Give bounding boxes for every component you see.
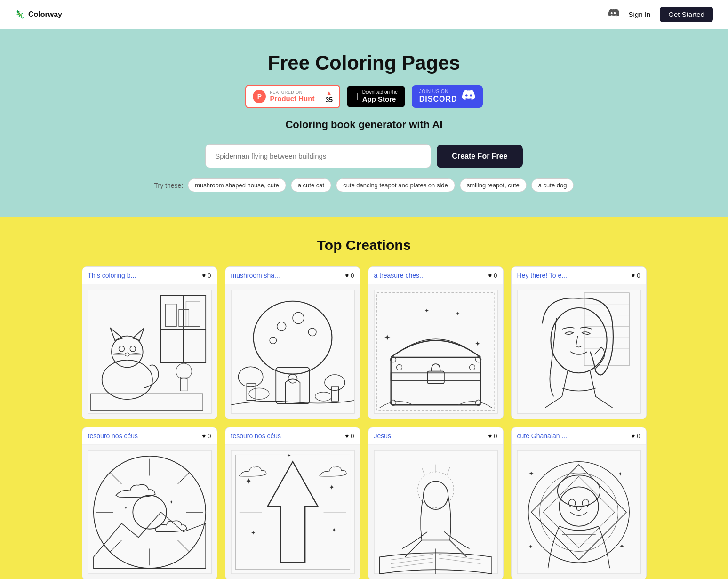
card-title-5: tesouro nos céus [231,432,281,440]
likes-count-6: 0 [494,433,497,440]
svg-text:✦: ✦ [124,506,128,510]
svg-rect-50 [517,290,640,413]
creation-card-4[interactable]: tesouro nos céus ♥ 0 [82,427,217,579]
discord-icon [462,90,475,103]
card-likes-4: ♥ 0 [202,433,211,440]
ph-arrow: ▲ [326,89,332,96]
chip-1[interactable]: a cute cat [291,178,331,192]
card-likes-2: ♥ 0 [488,272,497,279]
signin-link[interactable]: Sign In [629,10,651,18]
ph-count-box: ▲ 35 [320,89,333,104]
card-likes-5: ♥ 0 [345,433,354,440]
svg-text:✦: ✦ [475,340,480,347]
creation-card-0[interactable]: This coloring b... ♥ 0 [82,266,217,419]
svg-text:✦: ✦ [618,471,623,477]
logo-text: Colorway [28,10,62,19]
likes-count-1: 0 [351,272,354,279]
heart-icon-4: ♥ [202,433,206,440]
create-button[interactable]: Create For Free [437,145,522,168]
apple-icon:  [354,90,359,103]
search-input[interactable] [205,144,431,168]
card-image-2: ✦ ✦ ✦ ✦ [368,284,503,419]
product-hunt-badge[interactable]: P FEATURED ON Product Hunt ▲ 35 [245,85,340,108]
card-image-5: ✦ ✦ ✦ ✦ ✦ [225,445,360,579]
svg-text:✦: ✦ [528,470,534,477]
card-title-6: Jesus [374,432,392,440]
likes-count-0: 0 [208,272,211,279]
likes-count-3: 0 [637,272,640,279]
discord-text: Join us on DISCORD [419,89,457,104]
likes-count-4: 0 [208,433,211,440]
chip-2[interactable]: cute dancing teapot and plates on side [336,178,455,192]
card-header-0: This coloring b... ♥ 0 [82,267,217,284]
card-title-3: Hey there! To e... [517,272,567,279]
card-title-0: This coloring b... [88,272,136,279]
svg-text:✦: ✦ [332,527,336,533]
heart-icon-7: ♥ [632,433,635,440]
card-title-4: tesouro nos céus [88,432,138,440]
svg-text:✦: ✦ [528,544,532,549]
creation-card-6[interactable]: Jesus ♥ 0 [368,427,504,579]
card-likes-3: ♥ 0 [632,272,640,279]
nav-right: Sign In Get Started [607,7,713,22]
svg-rect-93 [517,450,640,574]
card-likes-0: ♥ 0 [202,272,211,279]
card-header-1: mushroom sha... ♥ 0 [225,267,360,284]
discord-join-label: Join us on [419,89,448,95]
svg-text:✦: ✦ [455,311,459,316]
getstarted-button[interactable]: Get Started [660,7,713,22]
svg-text:✦: ✦ [245,477,251,486]
card-image-0 [82,284,217,419]
likes-count-5: 0 [351,433,354,440]
card-likes-1: ♥ 0 [345,272,354,279]
card-image-6 [368,445,503,579]
creation-card-2[interactable]: a treasure ches... ♥ 0 [368,266,504,419]
creation-card-7[interactable]: cute Ghanaian ... ♥ 0 [511,427,647,579]
heart-icon-0: ♥ [202,272,206,279]
creation-card-1[interactable]: mushroom sha... ♥ 0 [225,266,360,419]
hero-subtitle: Coloring book generator with AI [9,119,719,131]
creation-card-3[interactable]: Hey there! To e... ♥ 0 [511,266,647,419]
heart-icon-3: ♥ [632,272,635,279]
svg-rect-21 [231,290,354,413]
svg-rect-35 [374,290,497,413]
likes-count-7: 0 [637,433,640,440]
chip-3[interactable]: smiling teapot, cute [460,178,527,192]
discord-nav-icon[interactable] [607,7,619,22]
navbar: 🦎 Colorway Sign In Get Started [0,0,728,29]
card-image-4: ✦ ✦ [82,445,217,579]
ph-featured-label: FEATURED ON [270,90,302,95]
svg-text:✦: ✦ [424,307,429,314]
creation-card-5[interactable]: tesouro nos céus ♥ 0 ✦ ✦ ✦ ✦ [225,427,360,579]
ph-name-label: Product Hunt [270,95,314,103]
appstore-badge[interactable]:  Download on the App Store [347,86,405,107]
card-header-7: cute Ghanaian ... ♥ 0 [512,427,646,445]
ph-icon: P [253,90,266,103]
discord-badge[interactable]: Join us on DISCORD [412,85,483,107]
hero-section: Free Coloring Pages P FEATURED ON Produc… [0,29,728,217]
creations-grid: This coloring b... ♥ 0 [82,266,647,579]
logo[interactable]: 🦎 Colorway [15,10,62,19]
card-header-2: a treasure ches... ♥ 0 [368,267,503,284]
card-title-1: mushroom sha... [231,272,280,279]
appstore-name-label: App Store [362,95,396,104]
try-these-row: Try these: mushroom shaped house, cute a… [9,178,719,192]
card-likes-7: ♥ 0 [632,433,640,440]
appstore-dl-label: Download on the [362,89,398,95]
chip-0[interactable]: mushroom shaped house, cute [188,178,286,192]
svg-text:✦: ✦ [250,530,255,536]
card-header-6: Jesus ♥ 0 [368,427,503,445]
card-title-7: cute Ghanaian ... [517,432,568,440]
card-header-3: Hey there! To e... ♥ 0 [512,267,646,284]
card-image-1 [225,284,360,419]
svg-text:✦: ✦ [169,499,173,505]
try-these-label: Try these: [154,182,184,189]
chip-4[interactable]: a cute dog [531,178,574,192]
card-header-4: tesouro nos céus ♥ 0 [82,427,217,445]
logo-emoji: 🦎 [15,10,24,19]
svg-text:✦: ✦ [287,453,291,458]
heart-icon-1: ♥ [345,272,349,279]
creations-title: Top Creations [15,237,713,253]
card-title-2: a treasure ches... [374,272,425,279]
svg-text:✦: ✦ [384,333,391,342]
